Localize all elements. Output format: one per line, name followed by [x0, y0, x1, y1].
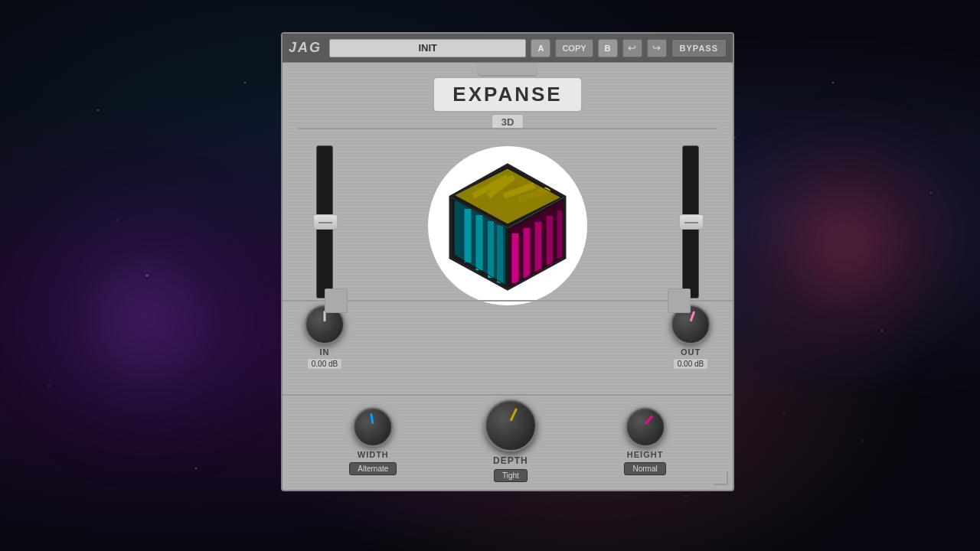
- in-label: IN: [320, 347, 330, 357]
- plugin-body: EXPANSE 3D IN 0.00 dB: [283, 63, 733, 490]
- in-fader-track[interactable]: [316, 145, 333, 298]
- right-connector-box: [668, 289, 691, 313]
- out-knob-indicator: [690, 311, 696, 321]
- depth-control-group: DEPTH Tight: [485, 396, 537, 482]
- copy-button[interactable]: COPY: [555, 39, 593, 57]
- cube-visualization: [423, 142, 592, 310]
- width-label: WIDTH: [358, 450, 389, 459]
- plugin-name: EXPANSE: [433, 77, 582, 112]
- width-knob[interactable]: [353, 407, 393, 447]
- depth-knob[interactable]: [485, 399, 537, 452]
- width-control-group: WIDTH Alternate: [349, 396, 397, 475]
- center-section: [351, 138, 664, 310]
- out-label: OUT: [681, 347, 701, 357]
- in-fader-handle[interactable]: [313, 214, 338, 230]
- left-section: IN 0.00 dB: [298, 138, 351, 370]
- height-control-group: HEIGHT Normal: [624, 396, 665, 475]
- in-value: 0.00 dB: [307, 358, 342, 370]
- bypass-button[interactable]: BYPASS: [671, 39, 727, 57]
- depth-knob-indicator: [510, 408, 518, 422]
- main-area: IN 0.00 dB: [283, 130, 733, 394]
- nebula-left: [0, 165, 291, 471]
- depth-mode-button[interactable]: Tight: [494, 469, 528, 482]
- out-fader-handle[interactable]: [679, 214, 704, 230]
- out-fader-track[interactable]: [682, 145, 699, 298]
- width-knob-indicator: [370, 413, 374, 424]
- title-bar: JAG INIT A COPY B ↩ ↪ BYPASS: [283, 34, 733, 63]
- panel-line-top: [298, 128, 717, 129]
- plugin-header: EXPANSE 3D: [283, 63, 733, 130]
- plugin-window: JAG INIT A COPY B ↩ ↪ BYPASS EXPANSE 3D: [281, 32, 734, 491]
- height-knob[interactable]: [626, 407, 665, 447]
- divider-line: [283, 300, 733, 302]
- height-knob-indicator: [644, 415, 652, 425]
- preset-name[interactable]: INIT: [329, 39, 526, 57]
- cube-svg: [423, 142, 592, 310]
- corner-decoration: [714, 471, 728, 485]
- right-section: OUT 0.00 dB: [664, 138, 717, 370]
- height-label: HEIGHT: [627, 450, 664, 459]
- logo-container: EXPANSE 3D: [433, 77, 582, 130]
- bottom-controls: WIDTH Alternate DEPTH Tight HEIGHT Norma…: [283, 394, 733, 490]
- redo-button[interactable]: ↪: [647, 39, 667, 57]
- brand-logo: JAG: [289, 40, 322, 56]
- a-button[interactable]: A: [531, 39, 550, 57]
- left-connector-box: [325, 289, 348, 313]
- height-mode-button[interactable]: Normal: [624, 462, 665, 475]
- nebula-right: [712, 110, 980, 378]
- undo-button[interactable]: ↩: [622, 39, 642, 57]
- in-knob-container: IN 0.00 dB: [305, 305, 345, 370]
- b-button[interactable]: B: [598, 39, 618, 57]
- depth-label: DEPTH: [493, 455, 528, 466]
- out-value: 0.00 dB: [673, 358, 708, 370]
- out-knob-container: OUT 0.00 dB: [671, 305, 710, 370]
- width-mode-button[interactable]: Alternate: [349, 462, 397, 475]
